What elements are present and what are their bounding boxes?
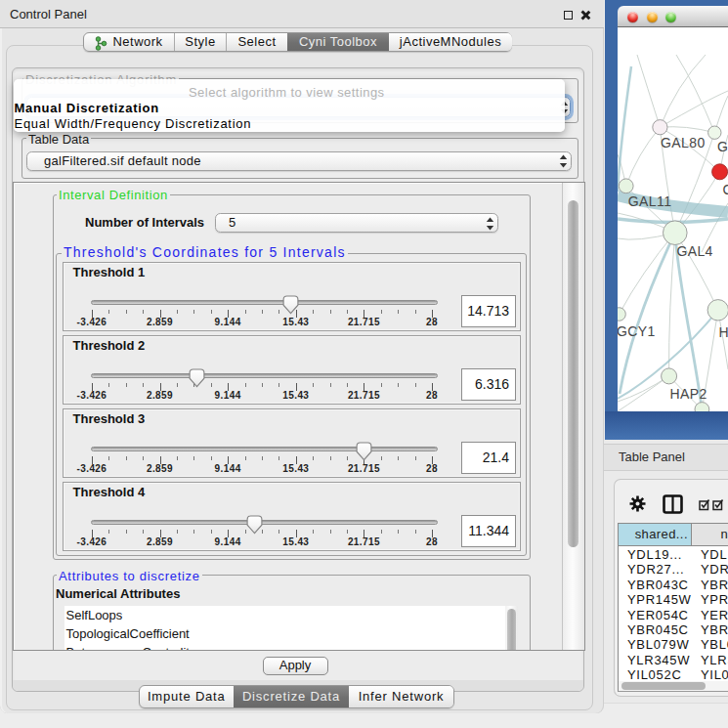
svg-text:GAL80: GAL80 [661,135,706,150]
svg-text:H: H [718,324,728,340]
svg-text:C: C [723,182,728,197]
svg-text:GCY1: GCY1 [618,323,656,339]
svg-text:GA: GA [717,139,728,154]
svg-text:GAL4: GAL4 [676,243,712,259]
svg-text:HAP2: HAP2 [670,386,707,402]
svg-text:GAL11: GAL11 [628,193,672,209]
